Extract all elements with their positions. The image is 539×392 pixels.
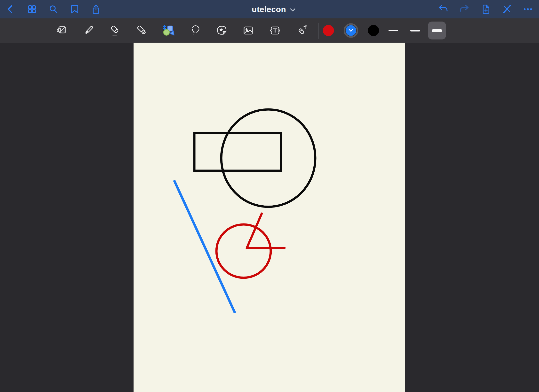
elements-tool-icon: [216, 24, 228, 37]
stroke-thickness-row: [384, 18, 446, 43]
bookmark-button[interactable]: [68, 2, 81, 16]
bluetooth-badge-icon: [163, 25, 166, 30]
thickness-thick-button[interactable]: [428, 22, 446, 39]
back-button[interactable]: [4, 2, 17, 16]
undo-button[interactable]: [436, 2, 450, 16]
shapes-tool-button[interactable]: [160, 23, 176, 38]
edit-mode-toggle-icon: [56, 24, 68, 37]
search-icon: [48, 4, 59, 15]
share-icon: [91, 4, 101, 15]
elements-tool-button[interactable]: [214, 23, 230, 38]
notes-app-window: utelecon: [0, 0, 539, 392]
laser-pointer-tool-icon: [296, 24, 308, 37]
search-button[interactable]: [47, 2, 60, 16]
redo-button[interactable]: [458, 2, 471, 16]
more-button[interactable]: [521, 2, 535, 16]
color-swatch-row: [323, 18, 379, 43]
page-thumbnails-icon: [27, 4, 37, 15]
lasso-tool-icon: [190, 24, 202, 37]
more-icon: [523, 4, 533, 15]
lasso-tool-button[interactable]: [188, 23, 204, 38]
page-thumbnails-button[interactable]: [25, 2, 39, 16]
undo-icon: [438, 4, 448, 15]
ink-stroke-ellipse: [216, 224, 271, 278]
ink-stroke-line: [247, 214, 262, 248]
share-button[interactable]: [89, 2, 103, 16]
thickness-thin-line: [388, 30, 398, 31]
chevron-down-icon: [349, 29, 353, 32]
thickness-thick-line: [432, 29, 442, 32]
laser-pointer-tool-button[interactable]: [294, 23, 310, 38]
text-tool-button[interactable]: [267, 23, 283, 38]
end-editing-icon: [501, 4, 512, 15]
note-page[interactable]: [134, 43, 405, 392]
image-tool-button[interactable]: [240, 23, 256, 38]
document-title[interactable]: utelecon: [252, 5, 286, 14]
thickness-medium-line: [410, 30, 420, 31]
color-swatch-black[interactable]: [368, 25, 379, 36]
ink-stroke-ellipse: [221, 109, 315, 207]
canvas-stage: [0, 43, 539, 392]
top-navigation-bar: utelecon: [0, 0, 539, 18]
chevron-down-icon[interactable]: [290, 8, 296, 12]
thickness-medium-button[interactable]: [406, 22, 424, 39]
text-tool-icon: [269, 24, 281, 37]
selected-color-ring: [344, 23, 358, 38]
highlighter-tool-icon: [136, 24, 148, 37]
edit-mode-toggle-button[interactable]: [54, 23, 70, 38]
add-page-icon: [480, 4, 491, 15]
color-swatch-red[interactable]: [323, 25, 334, 36]
toolbar-divider: [318, 23, 319, 39]
redo-icon: [459, 4, 470, 15]
pen-tool-button[interactable]: [81, 23, 96, 38]
eraser-tool-button[interactable]: [108, 23, 123, 38]
bookmark-icon: [69, 4, 80, 15]
drawing-toolbar: [0, 18, 539, 43]
highlighter-tool-button[interactable]: [134, 23, 150, 38]
ink-strokes-layer[interactable]: [134, 43, 405, 392]
color-swatch-blue[interactable]: [346, 25, 356, 36]
image-tool-icon: [242, 24, 254, 37]
ink-stroke-line: [174, 181, 235, 312]
back-icon: [5, 4, 16, 15]
pen-tool-icon: [82, 24, 95, 37]
eraser-tool-icon: [109, 24, 121, 37]
thickness-thin-button[interactable]: [384, 22, 402, 39]
ink-stroke-rect: [194, 133, 281, 171]
add-page-button[interactable]: [479, 2, 492, 16]
end-editing-button[interactable]: [500, 2, 514, 16]
toolbar-divider: [72, 23, 72, 39]
shapes-tool-icon: [162, 24, 175, 37]
